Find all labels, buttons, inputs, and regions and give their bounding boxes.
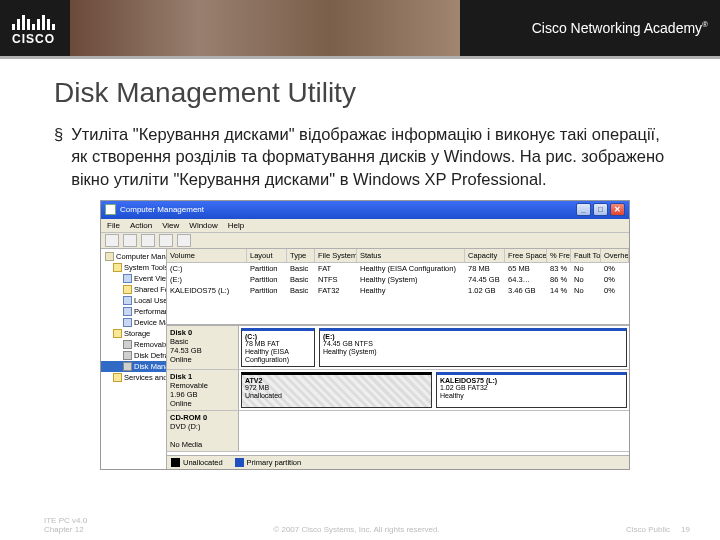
refresh-button[interactable] bbox=[177, 234, 191, 247]
volume-row[interactable]: (C:)PartitionBasicFATHealthy (EISA Confi… bbox=[167, 263, 629, 274]
defrag-icon bbox=[123, 351, 132, 360]
perf-icon bbox=[123, 307, 132, 316]
event-icon bbox=[123, 274, 132, 283]
minimize-button[interactable]: _ bbox=[576, 203, 591, 216]
slide-bullet: § Утиліта "Керування дисками" відображає… bbox=[54, 123, 676, 190]
nav-tree[interactable]: Computer Management (Loc System Tools Ev… bbox=[101, 249, 167, 469]
menu-action[interactable]: Action bbox=[130, 221, 152, 230]
footer-public: Cisco Public bbox=[626, 525, 670, 534]
legend-swatch-unallocated bbox=[171, 458, 180, 467]
menu-file[interactable]: File bbox=[107, 221, 120, 230]
storage-icon bbox=[123, 340, 132, 349]
window-titlebar[interactable]: Computer Management _ □ ✕ bbox=[101, 201, 629, 219]
menu-help[interactable]: Help bbox=[228, 221, 244, 230]
disk-row[interactable]: CD-ROM 0DVD (D:)No Media bbox=[167, 411, 629, 452]
volume-list[interactable]: Volume Layout Type File System Status Ca… bbox=[167, 249, 629, 326]
device-icon bbox=[123, 318, 132, 327]
footer-course: ITE PC v4.0 bbox=[44, 516, 87, 525]
maximize-button[interactable]: □ bbox=[593, 203, 608, 216]
partition-unallocated[interactable]: ATV2972 MBUnallocated bbox=[241, 372, 432, 408]
cisco-bars-icon bbox=[12, 10, 55, 30]
diskmgmt-icon bbox=[123, 362, 132, 371]
app-icon bbox=[105, 204, 116, 215]
slide-content: Disk Management Utility § Утиліта "Керув… bbox=[0, 59, 720, 470]
partition[interactable]: KALEIDOS75 (L:)1.02 GB FAT32Healthy bbox=[436, 372, 627, 408]
cisco-wordmark: CISCO bbox=[12, 32, 55, 46]
footer-chapter: Chapter 12 bbox=[44, 525, 87, 534]
back-button[interactable] bbox=[105, 234, 119, 247]
volume-row[interactable]: (E:)PartitionBasicNTFSHealthy (System)74… bbox=[167, 274, 629, 285]
props-button[interactable] bbox=[159, 234, 173, 247]
legend: Unallocated Primary partition bbox=[167, 455, 629, 469]
top-banner: CISCO Cisco Networking Academy® bbox=[0, 0, 720, 56]
users-icon bbox=[123, 296, 132, 305]
legend-swatch-primary bbox=[235, 458, 244, 467]
footer-copyright: © 2007 Cisco Systems, Inc. All rights re… bbox=[87, 525, 626, 534]
volume-row[interactable]: KALEIDOS75 (L:)PartitionBasicFAT32Health… bbox=[167, 285, 629, 296]
folder-icon bbox=[113, 263, 122, 272]
up-button[interactable] bbox=[141, 234, 155, 247]
computer-icon bbox=[105, 252, 114, 261]
menubar: File Action View Window Help bbox=[101, 219, 629, 233]
folder-icon bbox=[123, 285, 132, 294]
close-button[interactable]: ✕ bbox=[610, 203, 625, 216]
disk-graphical-view[interactable]: Disk 0Basic74.53 GBOnline (C:)78 MB FATH… bbox=[167, 326, 629, 455]
page-number: 19 bbox=[681, 525, 690, 534]
disk-row[interactable]: Disk 0Basic74.53 GBOnline (C:)78 MB FATH… bbox=[167, 326, 629, 370]
window-title: Computer Management bbox=[120, 205, 204, 214]
menu-view[interactable]: View bbox=[162, 221, 179, 230]
partition[interactable]: (E:)74.45 GB NTFSHealthy (System) bbox=[319, 328, 627, 367]
forward-button[interactable] bbox=[123, 234, 137, 247]
menu-window[interactable]: Window bbox=[189, 221, 217, 230]
disk-row[interactable]: Disk 1Removable1.96 GBOnline ATV2972 MBU… bbox=[167, 370, 629, 411]
slide-footer: ITE PC v4.0 Chapter 12 © 2007 Cisco Syst… bbox=[0, 516, 720, 534]
volume-list-header: Volume Layout Type File System Status Ca… bbox=[167, 249, 629, 263]
partition[interactable]: (C:)78 MB FATHealthy (EISA Configuration… bbox=[241, 328, 315, 367]
cisco-logo: CISCO bbox=[12, 10, 55, 46]
screenshot-computer-management: Computer Management _ □ ✕ File Action Vi… bbox=[100, 200, 630, 470]
bullet-text: Утиліта "Керування дисками" відображає і… bbox=[71, 123, 676, 190]
academy-label: Cisco Networking Academy® bbox=[532, 20, 708, 36]
folder-icon bbox=[113, 329, 122, 338]
toolbar bbox=[101, 233, 629, 249]
folder-icon bbox=[113, 373, 122, 382]
slide-title: Disk Management Utility bbox=[54, 77, 676, 109]
bullet-icon: § bbox=[54, 123, 63, 190]
